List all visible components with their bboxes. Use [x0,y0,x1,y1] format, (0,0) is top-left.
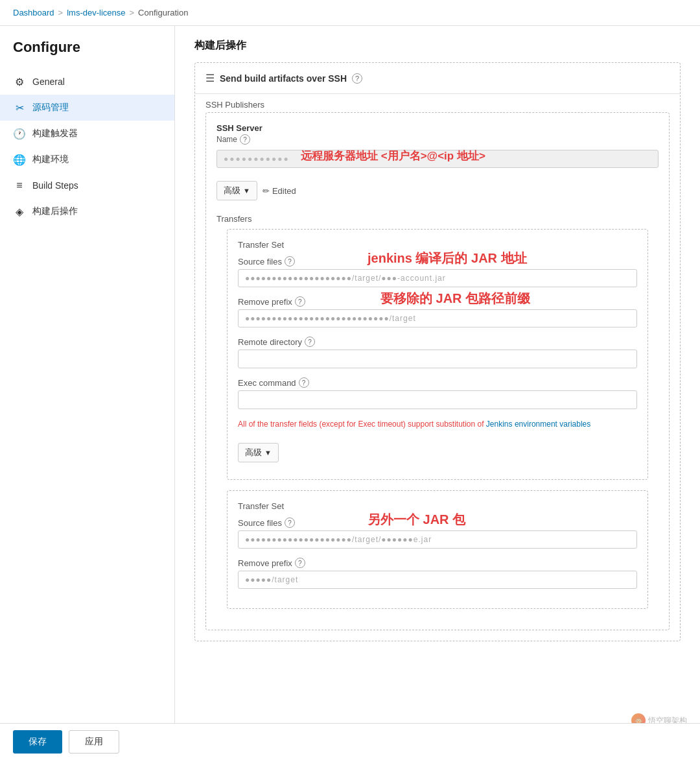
sidebar-item-build-steps-label: Build Steps [32,180,78,191]
remove-prefix-input-wrapper-1: 要移除的 JAR 包路径前缀 [238,309,637,327]
remove-prefix-input-2[interactable] [238,571,637,589]
clock-icon: 🕐 [13,127,26,140]
sidebar-item-post-build-label: 构建后操作 [32,206,78,217]
sidebar-item-general[interactable]: ⚙ General [0,69,174,95]
source-files-help-2[interactable]: ? [285,517,295,528]
hamburger-icon: ☰ [205,72,215,84]
edited-text: Edited [272,186,296,196]
list-icon: ≡ [13,179,26,192]
breadcrumb-dashboard[interactable]: Dashboard [13,8,54,18]
remove-prefix-help-2[interactable]: ? [295,558,305,568]
advanced-edited-row: 高级 ▼ ✏ Edited [216,174,659,207]
advanced-button-top[interactable]: 高级 ▼ [216,181,257,200]
transfer-set-1: Transfer Set Source files ? jenkins 编译后的… [227,229,648,480]
source-files-input-2[interactable] [238,530,637,549]
jenkins-env-vars-link[interactable]: Jenkins environment variables [486,420,590,429]
advanced-row-transfer-1: 高级 ▼ [238,436,637,469]
breadcrumb-lms[interactable]: lms-dev-license [67,8,125,18]
advanced-label-top: 高级 [224,185,240,196]
sidebar: Configure ⚙ General ✂ 源码管理 🕐 构建触发器 🌐 构建环… [0,26,175,760]
card-bottom-spacer [195,630,680,641]
source-files-label-1: Source files ? [238,256,637,267]
exec-cmd-field-1: Exec command ? [238,377,637,409]
sidebar-item-env[interactable]: 🌐 构建环境 [0,147,174,172]
gear-icon: ⚙ [13,75,26,88]
sidebar-item-source[interactable]: ✂ 源码管理 [0,95,174,121]
ssh-card: ☰ Send build artifacts over SSH ? SSH Pu… [194,62,681,641]
remove-prefix-field-1: Remove prefix ? 要移除的 JAR 包路径前缀 [238,296,637,327]
ssh-server-sublabel: Name ? [216,134,659,145]
card-header-title: Send build artifacts over SSH [220,73,347,84]
bottom-spacer [216,619,659,630]
apply-button[interactable]: 应用 [69,730,119,754]
edited-badge: ✏ Edited [262,186,296,196]
source-files-field-1: Source files ? jenkins 编译后的 JAR 地址 [238,256,637,287]
name-help-button[interactable]: ? [240,134,250,145]
transfer-info-text-1: All of the transfer fields (except for E… [238,418,637,430]
edit-pencil-icon: ✏ [262,186,270,196]
remove-prefix-label-1: Remove prefix ? [238,296,637,307]
remote-dir-input-1[interactable] [238,350,637,368]
sidebar-item-general-label: General [32,77,65,87]
remote-dir-label-1: Remote directory ? [238,337,637,347]
transfers-label: Transfers [216,213,659,224]
card-header: ☰ Send build artifacts over SSH ? [195,63,680,94]
remove-prefix-input-1[interactable] [238,309,637,327]
ssh-publishers-label: SSH Publishers [195,94,680,112]
remove-prefix-help-1[interactable]: ? [295,296,305,307]
source-files-input-wrapper-2: 另外一个 JAR 包 [238,530,637,549]
transfer-set-1-label: Transfer Set [238,240,637,250]
globe-icon: 🌐 [13,153,26,166]
remove-prefix-field-2: Remove prefix ? [238,558,637,589]
header-help-button[interactable]: ? [352,73,362,84]
section-title: 构建后操作 [194,39,681,53]
breadcrumb-sep-1: > [58,8,64,18]
sidebar-item-triggers[interactable]: 🕐 构建触发器 [0,121,174,147]
server-input-wrapper: 远程服务器地址 <用户名>@<ip 地址> [216,150,659,168]
advanced-label-transfer-1: 高级 [245,447,262,458]
diamond-icon: ◈ [13,205,26,218]
source-files-field-2: Source files ? 另外一个 JAR 包 [238,517,637,549]
exec-cmd-label-1: Exec command ? [238,377,637,388]
sidebar-item-post-build[interactable]: ◈ 构建后操作 [0,198,174,224]
chevron-down-icon-top: ▼ [243,187,250,195]
content-area: 构建后操作 ☰ Send build artifacts over SSH ? … [175,26,700,760]
source-files-input-1[interactable] [238,269,637,287]
sidebar-title: Configure [0,39,174,69]
breadcrumb-sep-2: > [130,8,135,18]
source-files-input-wrapper-1: jenkins 编译后的 JAR 地址 [238,269,637,287]
sidebar-item-source-label: 源码管理 [32,102,69,113]
sidebar-item-env-label: 构建环境 [32,154,69,165]
sidebar-item-triggers-label: 构建触发器 [32,128,78,139]
transfer-set-2: Transfer Set Source files ? 另外一个 JAR 包 [227,490,648,609]
chevron-down-icon-transfer-1: ▼ [264,449,272,457]
save-button[interactable]: 保存 [13,730,62,754]
advanced-button-transfer-1[interactable]: 高级 ▼ [238,443,279,462]
exec-cmd-help-1[interactable]: ? [299,377,309,388]
main-layout: Configure ⚙ General ✂ 源码管理 🕐 构建触发器 🌐 构建环… [0,26,700,760]
footer-spacer [194,654,681,693]
breadcrumb-current: Configuration [138,8,188,18]
ssh-server-block: SSH Server Name ? 远程服务器地址 <用户名>@<ip 地址> … [205,112,670,630]
remote-dir-help-1[interactable]: ? [305,337,315,347]
remove-prefix-label-2: Remove prefix ? [238,558,637,568]
source-files-label-2: Source files ? [238,517,637,528]
source-files-help-1[interactable]: ? [285,256,295,267]
footer-bar: 保存 应用 [0,723,700,760]
source-icon: ✂ [13,101,26,114]
remote-dir-field-1: Remote directory ? [238,337,637,368]
sidebar-item-build-steps[interactable]: ≡ Build Steps [0,172,174,198]
ssh-server-label: SSH Server [216,123,659,133]
server-annotation: 远程服务器地址 <用户名>@<ip 地址> [301,148,485,163]
breadcrumb: Dashboard > lms-dev-license > Configurat… [0,0,700,26]
transfer-set-2-label: Transfer Set [238,501,637,511]
exec-cmd-input-1[interactable] [238,390,637,409]
